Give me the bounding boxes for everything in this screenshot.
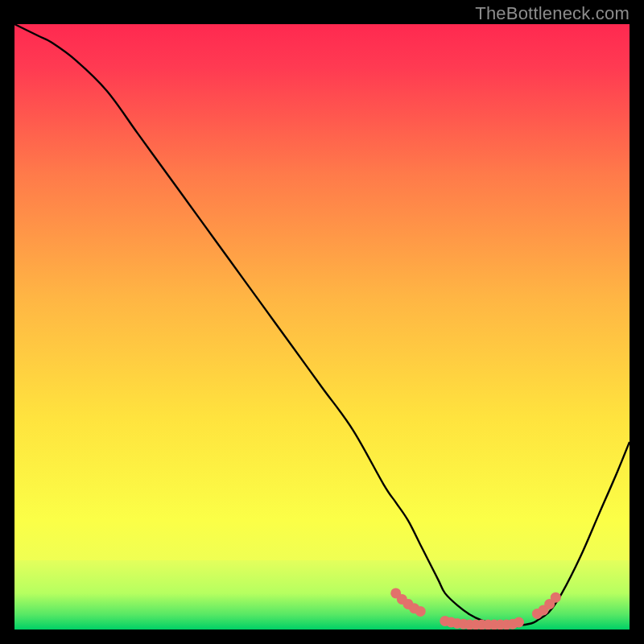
highlight-dot — [551, 592, 561, 603]
gradient-background — [14, 24, 630, 630]
plot-area — [14, 24, 630, 630]
chart-svg — [14, 24, 630, 630]
chart-frame: TheBottleneck.com — [0, 0, 644, 644]
watermark-text: TheBottleneck.com — [475, 3, 630, 24]
highlight-dot — [415, 606, 426, 617]
highlight-dot — [514, 617, 524, 627]
